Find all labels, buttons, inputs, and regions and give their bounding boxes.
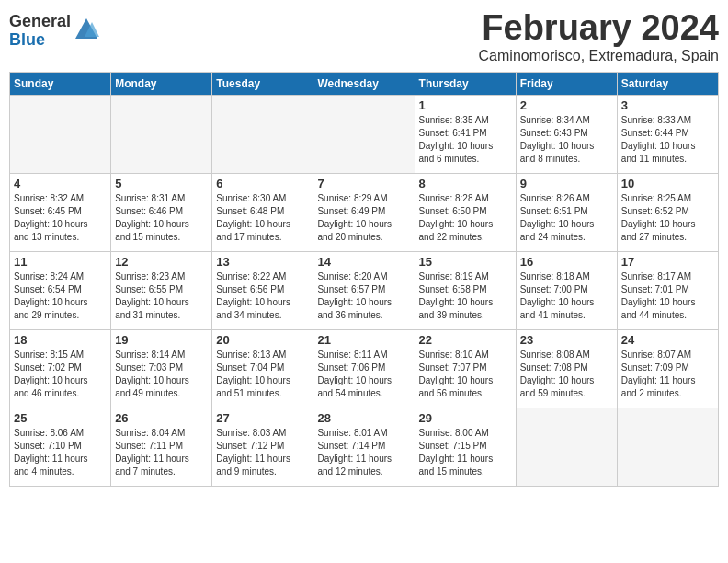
- week-row-2: 4Sunrise: 8:32 AM Sunset: 6:45 PM Daylig…: [10, 173, 719, 251]
- table-row: 25Sunrise: 8:06 AM Sunset: 7:10 PM Dayli…: [10, 408, 111, 486]
- day-number: 24: [621, 333, 714, 347]
- calendar-table: Sunday Monday Tuesday Wednesday Thursday…: [9, 72, 719, 487]
- logo-icon: [74, 17, 99, 42]
- table-row: 1Sunrise: 8:35 AM Sunset: 6:41 PM Daylig…: [415, 95, 516, 173]
- day-number: 26: [115, 411, 208, 425]
- day-info: Sunrise: 8:18 AM Sunset: 7:00 PM Dayligh…: [520, 270, 613, 322]
- table-row: [111, 95, 212, 173]
- day-number: 15: [419, 255, 512, 269]
- day-info: Sunrise: 8:35 AM Sunset: 6:41 PM Dayligh…: [419, 114, 512, 166]
- col-tuesday: Tuesday: [212, 72, 313, 95]
- day-info: Sunrise: 8:06 AM Sunset: 7:10 PM Dayligh…: [14, 427, 107, 478]
- week-row-4: 18Sunrise: 8:15 AM Sunset: 7:02 PM Dayli…: [10, 329, 719, 408]
- table-row: [10, 95, 111, 173]
- day-info: Sunrise: 8:25 AM Sunset: 6:52 PM Dayligh…: [621, 192, 714, 244]
- col-saturday: Saturday: [617, 72, 718, 95]
- day-number: 6: [216, 177, 309, 190]
- day-number: 16: [520, 255, 613, 269]
- col-thursday: Thursday: [415, 72, 516, 95]
- day-number: 4: [14, 177, 107, 190]
- table-row: 19Sunrise: 8:14 AM Sunset: 7:03 PM Dayli…: [111, 329, 212, 408]
- day-number: 9: [520, 177, 613, 190]
- day-number: 8: [419, 177, 512, 190]
- day-number: 19: [115, 333, 208, 347]
- table-row: 10Sunrise: 8:25 AM Sunset: 6:52 PM Dayli…: [617, 173, 718, 251]
- table-row: 18Sunrise: 8:15 AM Sunset: 7:02 PM Dayli…: [10, 329, 111, 408]
- table-row: 14Sunrise: 8:20 AM Sunset: 6:57 PM Dayli…: [313, 251, 415, 329]
- day-info: Sunrise: 8:00 AM Sunset: 7:15 PM Dayligh…: [419, 427, 512, 478]
- table-row: 22Sunrise: 8:10 AM Sunset: 7:07 PM Dayli…: [415, 329, 516, 408]
- day-info: Sunrise: 8:17 AM Sunset: 7:01 PM Dayligh…: [621, 270, 714, 322]
- day-info: Sunrise: 8:10 AM Sunset: 7:07 PM Dayligh…: [419, 349, 512, 400]
- day-info: Sunrise: 8:08 AM Sunset: 7:08 PM Dayligh…: [520, 349, 613, 400]
- day-number: 3: [621, 98, 714, 112]
- day-number: 17: [621, 255, 714, 269]
- day-info: Sunrise: 8:29 AM Sunset: 6:49 PM Dayligh…: [317, 192, 410, 244]
- day-info: Sunrise: 8:14 AM Sunset: 7:03 PM Dayligh…: [115, 349, 208, 400]
- day-number: 11: [14, 255, 107, 269]
- day-number: 23: [520, 333, 613, 347]
- day-info: Sunrise: 8:03 AM Sunset: 7:12 PM Dayligh…: [216, 427, 309, 478]
- table-row: 17Sunrise: 8:17 AM Sunset: 7:01 PM Dayli…: [617, 251, 718, 329]
- table-row: 16Sunrise: 8:18 AM Sunset: 7:00 PM Dayli…: [516, 251, 617, 329]
- table-row: 12Sunrise: 8:23 AM Sunset: 6:55 PM Dayli…: [111, 251, 212, 329]
- week-row-3: 11Sunrise: 8:24 AM Sunset: 6:54 PM Dayli…: [10, 251, 719, 329]
- table-row: 28Sunrise: 8:01 AM Sunset: 7:14 PM Dayli…: [313, 408, 415, 486]
- day-number: 25: [14, 411, 107, 425]
- day-info: Sunrise: 8:34 AM Sunset: 6:43 PM Dayligh…: [520, 114, 613, 166]
- table-row: 23Sunrise: 8:08 AM Sunset: 7:08 PM Dayli…: [516, 329, 617, 408]
- table-row: 29Sunrise: 8:00 AM Sunset: 7:15 PM Dayli…: [415, 408, 516, 486]
- day-info: Sunrise: 8:31 AM Sunset: 6:46 PM Dayligh…: [115, 192, 208, 244]
- table-row: 11Sunrise: 8:24 AM Sunset: 6:54 PM Dayli…: [10, 251, 111, 329]
- table-row: 8Sunrise: 8:28 AM Sunset: 6:50 PM Daylig…: [415, 173, 516, 251]
- table-row: 3Sunrise: 8:33 AM Sunset: 6:44 PM Daylig…: [617, 95, 718, 173]
- day-number: 5: [115, 177, 208, 190]
- calendar-header-row: Sunday Monday Tuesday Wednesday Thursday…: [10, 72, 719, 95]
- day-info: Sunrise: 8:07 AM Sunset: 7:09 PM Dayligh…: [621, 349, 714, 400]
- table-row: 5Sunrise: 8:31 AM Sunset: 6:46 PM Daylig…: [111, 173, 212, 251]
- table-row: 15Sunrise: 8:19 AM Sunset: 6:58 PM Dayli…: [415, 251, 516, 329]
- page-header: General Blue February 2024 Caminomorisco…: [9, 9, 719, 64]
- day-info: Sunrise: 8:33 AM Sunset: 6:44 PM Dayligh…: [621, 114, 714, 166]
- month-title: February 2024: [479, 9, 719, 48]
- table-row: [313, 95, 415, 173]
- day-info: Sunrise: 8:32 AM Sunset: 6:45 PM Dayligh…: [14, 192, 107, 244]
- table-row: 7Sunrise: 8:29 AM Sunset: 6:49 PM Daylig…: [313, 173, 415, 251]
- day-info: Sunrise: 8:23 AM Sunset: 6:55 PM Dayligh…: [115, 270, 208, 322]
- day-info: Sunrise: 8:30 AM Sunset: 6:48 PM Dayligh…: [216, 192, 309, 244]
- day-info: Sunrise: 8:11 AM Sunset: 7:06 PM Dayligh…: [317, 349, 410, 400]
- logo: General Blue: [9, 13, 99, 50]
- week-row-1: 1Sunrise: 8:35 AM Sunset: 6:41 PM Daylig…: [10, 95, 719, 173]
- table-row: 6Sunrise: 8:30 AM Sunset: 6:48 PM Daylig…: [212, 173, 313, 251]
- logo-general-text: General: [9, 13, 71, 31]
- table-row: 26Sunrise: 8:04 AM Sunset: 7:11 PM Dayli…: [111, 408, 212, 486]
- location-subtitle: Caminomorisco, Extremadura, Spain: [479, 48, 719, 64]
- logo-blue-text: Blue: [9, 31, 71, 50]
- table-row: 24Sunrise: 8:07 AM Sunset: 7:09 PM Dayli…: [617, 329, 718, 408]
- table-row: 9Sunrise: 8:26 AM Sunset: 6:51 PM Daylig…: [516, 173, 617, 251]
- day-number: 28: [317, 411, 410, 425]
- day-number: 21: [317, 333, 410, 347]
- day-number: 12: [115, 255, 208, 269]
- day-number: 20: [216, 333, 309, 347]
- day-info: Sunrise: 8:13 AM Sunset: 7:04 PM Dayligh…: [216, 349, 309, 400]
- col-monday: Monday: [111, 72, 212, 95]
- day-info: Sunrise: 8:20 AM Sunset: 6:57 PM Dayligh…: [317, 270, 410, 322]
- table-row: 13Sunrise: 8:22 AM Sunset: 6:56 PM Dayli…: [212, 251, 313, 329]
- day-info: Sunrise: 8:04 AM Sunset: 7:11 PM Dayligh…: [115, 427, 208, 478]
- col-wednesday: Wednesday: [313, 72, 415, 95]
- day-number: 14: [317, 255, 410, 269]
- day-info: Sunrise: 8:28 AM Sunset: 6:50 PM Dayligh…: [419, 192, 512, 244]
- day-info: Sunrise: 8:22 AM Sunset: 6:56 PM Dayligh…: [216, 270, 309, 322]
- day-number: 27: [216, 411, 309, 425]
- day-number: 10: [621, 177, 714, 190]
- day-number: 29: [419, 411, 512, 425]
- week-row-5: 25Sunrise: 8:06 AM Sunset: 7:10 PM Dayli…: [10, 408, 719, 486]
- title-area: February 2024 Caminomorisco, Extremadura…: [479, 9, 719, 64]
- day-number: 18: [14, 333, 107, 347]
- table-row: [212, 95, 313, 173]
- day-number: 1: [419, 98, 512, 112]
- col-friday: Friday: [516, 72, 617, 95]
- day-number: 2: [520, 98, 613, 112]
- table-row: 27Sunrise: 8:03 AM Sunset: 7:12 PM Dayli…: [212, 408, 313, 486]
